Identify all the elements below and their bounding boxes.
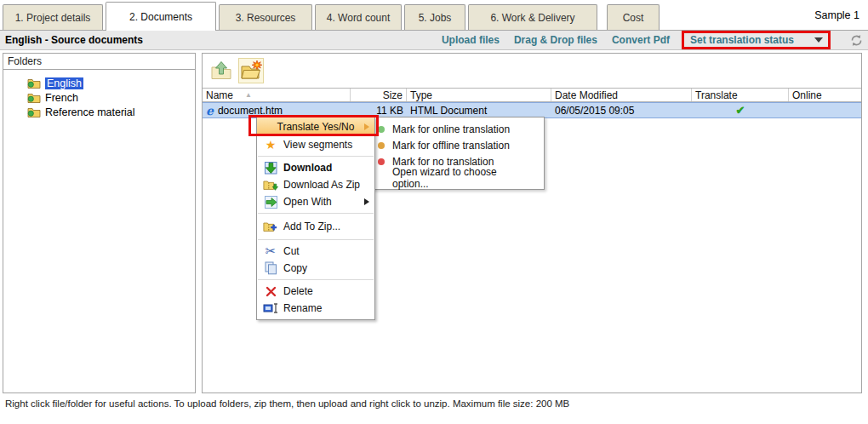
file-name: document.htm	[218, 105, 283, 117]
tab-label: 1. Project details	[15, 12, 91, 24]
star-icon: ★	[263, 138, 278, 152]
tab-label: 3. Resources	[236, 12, 296, 24]
menu-item-copy[interactable]: Copy	[257, 260, 374, 277]
file-toolbar	[203, 54, 861, 88]
sort-ascending-icon: ▲	[245, 91, 252, 99]
menu-item-label: Translate Yes/No	[277, 121, 355, 133]
upload-files-link[interactable]: Upload files	[442, 34, 500, 46]
folder-globe-icon	[27, 77, 41, 89]
folder-item-reference-material[interactable]: Reference material	[3, 105, 195, 119]
zip-download-icon	[263, 178, 278, 192]
submenu-item-label: Mark for offline translation	[392, 140, 510, 152]
tab-documents[interactable]: 2. Documents	[106, 2, 216, 31]
new-folder-button[interactable]	[238, 58, 264, 83]
zip-add-icon	[263, 220, 278, 234]
context-menu: Translate Yes/No ★ View segments Downloa…	[256, 117, 375, 320]
column-header-name[interactable]: Name ▲	[203, 89, 351, 101]
drag-drop-files-link[interactable]: Drag & Drop files	[514, 34, 597, 46]
page-title: English - Source documents	[5, 34, 143, 46]
tab-resources[interactable]: 3. Resources	[219, 4, 312, 30]
column-label: Type	[410, 89, 432, 101]
menu-item-label: Copy	[283, 262, 307, 274]
folders-panel-title: Folders	[3, 54, 195, 70]
column-header-type[interactable]: Type	[407, 89, 551, 101]
file-type-cell: HTML Document	[407, 103, 551, 117]
submenu-item-open-wizard[interactable]: Open wizard to choose option...	[368, 169, 544, 186]
move-up-folder-button[interactable]	[208, 58, 234, 83]
check-icon: ✔	[736, 104, 745, 117]
folder-item-english[interactable]: English	[3, 76, 195, 90]
tab-cost[interactable]: Cost	[607, 4, 660, 30]
delete-x-icon	[263, 286, 278, 297]
file-name-cell: e document.htm	[203, 103, 351, 117]
menu-item-translate-yes-no[interactable]: Translate Yes/No	[257, 117, 374, 136]
folder-item-french[interactable]: French	[3, 90, 195, 105]
tab-label: 6. Work & Delivery	[490, 12, 574, 24]
tab-work-delivery[interactable]: 6. Work & Delivery	[468, 4, 597, 30]
menu-item-label: Delete	[283, 285, 313, 297]
folder-globe-icon	[27, 92, 41, 103]
convert-pdf-link[interactable]: Convert Pdf	[612, 34, 670, 46]
red-bullet-icon	[378, 158, 385, 165]
column-header-date-modified[interactable]: Date Modified	[551, 89, 692, 101]
sample-name-label: Sample 1	[814, 9, 859, 21]
file-table-header: Name ▲ Size Type Date Modified Translate…	[203, 88, 861, 102]
file-size-cell: 11 KB	[351, 103, 407, 117]
menu-item-label: Download	[283, 162, 332, 174]
menu-separator	[258, 279, 374, 280]
menu-item-view-segments[interactable]: ★ View segments	[257, 136, 374, 153]
submenu-item-offline-translation[interactable]: Mark for offline translation	[368, 137, 544, 153]
menu-item-add-to-zip[interactable]: Add To Zip...	[257, 216, 374, 237]
green-bullet-icon	[378, 126, 385, 133]
submenu-item-online-translation[interactable]: Mark for online translation	[368, 121, 544, 137]
refresh-icon[interactable]	[850, 34, 863, 47]
documents-toolbar: English - Source documents Upload files …	[0, 31, 868, 50]
submenu-item-label: Open wizard to choose option...	[392, 166, 535, 190]
menu-item-open-with[interactable]: Open With	[257, 193, 374, 210]
submenu-arrow-icon	[364, 198, 369, 205]
folder-label: Reference material	[45, 106, 135, 118]
folder-label: English	[45, 77, 83, 89]
column-header-translate[interactable]: Translate	[692, 89, 789, 101]
column-header-size[interactable]: Size	[351, 89, 407, 101]
menu-item-label: Download As Zip	[283, 179, 360, 191]
tab-project-details[interactable]: 1. Project details	[3, 4, 103, 30]
folder-globe-icon	[27, 106, 41, 117]
menu-item-label: View segments	[283, 139, 352, 151]
tab-word-count[interactable]: 4. Word count	[315, 4, 402, 30]
column-label: Date Modified	[555, 89, 618, 101]
folder-label: French	[45, 92, 78, 104]
column-header-online[interactable]: Online	[789, 89, 861, 101]
rename-icon	[263, 302, 278, 314]
menu-separator	[258, 156, 374, 157]
menu-separator	[258, 239, 374, 240]
set-translation-status-label: Set translation status	[690, 34, 794, 46]
move-up-folder-icon	[210, 60, 232, 82]
download-icon	[263, 161, 278, 175]
menu-item-cut[interactable]: ✂ Cut	[257, 243, 374, 260]
copy-icon	[263, 261, 278, 275]
set-translation-status-dropdown[interactable]: Set translation status	[682, 31, 831, 49]
footer-note: Right click file/folder for useful actio…	[5, 398, 569, 409]
orange-bullet-icon	[378, 142, 385, 149]
submenu-arrow-icon	[364, 123, 369, 130]
menu-item-download[interactable]: Download	[257, 159, 374, 176]
app-window: 1. Project details 2. Documents 3. Resou…	[0, 0, 868, 424]
scissors-icon: ✂	[263, 244, 278, 259]
tab-label: 2. Documents	[129, 11, 192, 23]
chevron-down-icon	[814, 37, 823, 43]
tab-label: Cost	[623, 12, 644, 24]
tab-label: 4. Word count	[327, 12, 390, 24]
bullet-spacer	[378, 175, 385, 181]
menu-item-download-as-zip[interactable]: Download As Zip	[257, 176, 374, 193]
tab-label: 5. Jobs	[419, 12, 452, 24]
menu-item-rename[interactable]: Rename	[257, 300, 374, 317]
column-label: Size	[383, 89, 403, 101]
column-label: Name	[206, 89, 233, 101]
menu-item-label: Add To Zip...	[283, 221, 340, 232]
menu-item-delete[interactable]: Delete	[257, 283, 374, 300]
file-date-cell: 06/05/2015 09:05	[551, 103, 692, 117]
menu-item-label: Rename	[283, 302, 322, 314]
column-label: Online	[792, 89, 822, 101]
tab-jobs[interactable]: 5. Jobs	[404, 4, 465, 30]
